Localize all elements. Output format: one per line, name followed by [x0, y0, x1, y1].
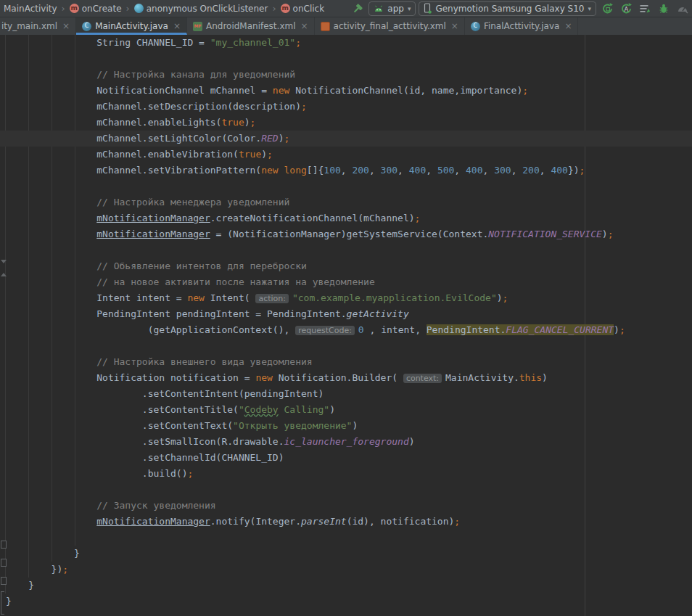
manifest-file-icon: MF [193, 22, 202, 31]
tab-label: activity_final_acttivity.xml [334, 21, 446, 31]
code-line[interactable]: mChannel.enableLights(true); [0, 115, 692, 131]
editor-tab-bar: ity_main.xml × C MainActivity.java × MF … [0, 17, 692, 35]
code-line[interactable]: NotificationChannel mChannel = new Notif… [0, 83, 692, 99]
tab-label: MainActivity.java [95, 21, 168, 31]
tab-finalacttivity-java[interactable]: C FinalActtivity.java × [465, 17, 579, 35]
tab-label: ity_main.xml [1, 21, 57, 31]
profile-icon[interactable] [675, 1, 691, 16]
code-line[interactable] [0, 338, 692, 354]
run-config-label: app [387, 4, 404, 14]
breadcrumb: MainActivity › m onCreate › anonymous On… [1, 3, 326, 14]
breadcrumb-item-onclick[interactable]: m onClick [279, 4, 327, 14]
breadcrumb-label: anonymous OnClickListener [147, 4, 268, 14]
code-line[interactable]: } [0, 578, 692, 594]
close-icon[interactable]: × [301, 21, 308, 31]
code-line[interactable]: // Настройка канала для уведомлений [0, 67, 692, 83]
method-icon: m [281, 4, 290, 13]
device-label: Genymotion Samsung Galaxy S10 [435, 4, 584, 14]
code-line[interactable]: (getApplicationContext(), requestCode:0 … [0, 322, 692, 338]
chevron-down-icon: ▾ [588, 5, 591, 12]
code-line[interactable]: String CHANNEL_ID = "my_channel_01"; [0, 35, 692, 51]
code-line[interactable]: .setContentText("Открыть уведомление") [0, 418, 692, 434]
code-line[interactable]: .setContentIntent(pendingIntent) [0, 386, 692, 402]
build-hammer-icon[interactable] [350, 1, 366, 16]
code-line[interactable]: mNotificationManager = (NotificationMana… [0, 226, 692, 242]
apply-code-changes-icon[interactable]: A [618, 1, 634, 16]
code-line[interactable]: // Обьявление интентов для переброски [0, 258, 692, 274]
code-line[interactable]: mChannel.setDescription(description); [0, 99, 692, 115]
code-line[interactable]: } [0, 546, 692, 562]
code-line[interactable]: mNotificationManager.createNotificationC… [0, 210, 692, 226]
breadcrumb-item-oncreate[interactable]: m onCreate [67, 4, 124, 14]
code-line[interactable] [0, 51, 692, 67]
code-line[interactable] [0, 178, 692, 194]
breadcrumb-label: onClick [293, 4, 325, 14]
close-icon[interactable]: × [564, 21, 572, 31]
code-line[interactable]: mNotificationManager.notify(Integer.pars… [0, 514, 692, 530]
close-icon[interactable]: × [451, 21, 458, 31]
restart-activity-icon[interactable] [599, 1, 615, 16]
close-icon[interactable]: × [173, 21, 181, 31]
code-line[interactable]: // Настройка менеджера уведомлений [0, 194, 692, 210]
code-line[interactable]: .setSmallIcon(R.drawable.ic_launcher_for… [0, 434, 692, 450]
chevron-down-icon: ▾ [408, 5, 411, 12]
code-line[interactable]: .build(); [0, 466, 692, 482]
code-line[interactable]: .setChannelId(CHANNEL_ID) [0, 450, 692, 466]
anonymous-class-icon [134, 4, 144, 13]
code-line[interactable]: mChannel.setLightColor(Color.RED); [0, 131, 692, 147]
tab-label: FinalActtivity.java [484, 21, 559, 31]
code-line[interactable] [0, 242, 692, 258]
breadcrumb-label: MainActivity [4, 4, 57, 14]
breadcrumb-item-anonymous-onclicklistener[interactable]: anonymous OnClickListener [132, 4, 271, 14]
editor[interactable]: String CHANNEL_ID = "my_channel_01"; // … [0, 35, 692, 616]
code-line[interactable]: Notification notification = new Notifica… [0, 370, 692, 386]
code-line[interactable]: // Запуск уведомления [0, 498, 692, 514]
breadcrumb-separator-icon: › [62, 3, 65, 14]
code-line[interactable]: }); [0, 562, 692, 578]
code-line[interactable]: // Настройка внешнего вида уведомления [0, 354, 692, 370]
code-line[interactable] [0, 530, 692, 546]
device-select[interactable]: Genymotion Samsung Galaxy S10 ▾ [419, 1, 596, 16]
code-area: String CHANNEL_ID = "my_channel_01"; // … [0, 35, 692, 609]
code-line[interactable]: .setContentTitle("Codeby Calling") [0, 402, 692, 418]
debug-icon[interactable] [656, 1, 672, 16]
android-icon [374, 4, 384, 13]
phone-icon [424, 3, 432, 14]
svg-text:A: A [624, 5, 628, 12]
close-icon[interactable]: × [62, 21, 70, 31]
method-icon: m [70, 4, 79, 13]
breadcrumb-label: onCreate [82, 4, 122, 14]
code-line[interactable]: Intent intent = new Intent( action:"com.… [0, 290, 692, 306]
java-class-icon: C [471, 22, 480, 31]
code-line[interactable]: PendingIntent pendingIntent = PendingInt… [0, 306, 692, 322]
code-line[interactable] [0, 482, 692, 498]
tab-androidmanifest-xml[interactable]: MF AndroidManifest.xml × [187, 17, 315, 35]
layout-xml-file-icon [321, 22, 330, 31]
run-configuration-select[interactable]: app ▾ [368, 1, 416, 16]
java-class-icon: C [82, 22, 91, 31]
code-line[interactable]: mChannel.setVibrationPattern(new long[]{… [0, 163, 692, 178]
tab-activity-main-xml[interactable]: ity_main.xml × [0, 17, 76, 35]
breadcrumb-item-mainactivity[interactable]: MainActivity [1, 4, 59, 14]
breadcrumb-separator-icon: › [272, 3, 276, 14]
tab-label: AndroidManifest.xml [206, 21, 296, 31]
tab-activity-final-acttivity-xml[interactable]: activity_final_acttivity.xml × [315, 17, 465, 35]
breadcrumb-separator-icon: › [126, 3, 130, 14]
code-line[interactable]: mChannel.enableVibration(true); [0, 147, 692, 163]
attach-debugger-icon[interactable] [637, 1, 653, 16]
main-toolbar: MainActivity › m onCreate › anonymous On… [0, 0, 692, 17]
code-line[interactable]: // на новое активити после нажатия на ув… [0, 274, 692, 290]
tab-mainactivity-java[interactable]: C MainActivity.java × [76, 17, 187, 35]
code-line[interactable]: } [0, 594, 692, 609]
